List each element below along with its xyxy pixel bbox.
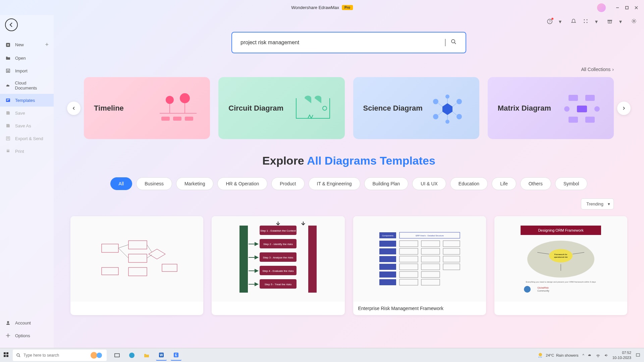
svg-point-122: [91, 352, 97, 359]
chip-others[interactable]: Others: [520, 177, 551, 190]
category-timeline[interactable]: Timeline: [84, 77, 210, 139]
svg-line-121: [19, 356, 20, 357]
chip-hr[interactable]: HR & Operation: [217, 177, 267, 190]
volume-icon[interactable]: [604, 353, 608, 358]
nav-label: Export & Send: [15, 136, 43, 141]
svg-rect-94: [421, 256, 440, 262]
svg-rect-118: [4, 355, 6, 357]
start-button[interactable]: [3, 352, 10, 359]
science-graphic: [426, 92, 469, 125]
template-card[interactable]: Designing ORM FrameworkFramework foroper…: [494, 216, 627, 315]
chevron-down-icon[interactable]: ▾: [559, 18, 565, 24]
svg-point-41: [457, 114, 462, 119]
svg-rect-95: [443, 256, 460, 262]
maximize-button[interactable]: [624, 5, 630, 10]
template-card[interactable]: ComponentsERP Area's - Detailed Structur…: [353, 216, 486, 315]
nav-save-as[interactable]: Save As: [0, 119, 54, 132]
onedrive-icon[interactable]: [588, 353, 592, 358]
chip-it[interactable]: IT & Engineering: [309, 177, 360, 190]
template-card[interactable]: [70, 216, 203, 315]
svg-point-120: [17, 354, 19, 356]
svg-text:Community: Community: [537, 290, 549, 292]
svg-rect-59: [128, 254, 147, 262]
svg-text:W: W: [160, 353, 163, 357]
search-input[interactable]: [240, 40, 445, 46]
search-icon[interactable]: [450, 39, 457, 47]
svg-rect-84: [379, 241, 396, 247]
nav-import[interactable]: Import: [0, 64, 54, 77]
all-collections-link[interactable]: All Collections ›: [67, 67, 614, 72]
gift-icon[interactable]: [607, 18, 613, 24]
minimize-button[interactable]: [615, 5, 620, 10]
chip-building[interactable]: Building Plan: [364, 177, 409, 190]
nav-export[interactable]: Export & Send: [0, 132, 54, 145]
chip-symbol[interactable]: Symbol: [555, 177, 588, 190]
svg-text:GlobalRisk: GlobalRisk: [537, 287, 549, 289]
carousel-prev-button[interactable]: [67, 102, 80, 115]
timeline-graphic: [156, 92, 200, 125]
svg-point-39: [457, 99, 462, 104]
notifications-icon[interactable]: [635, 353, 641, 358]
chip-ui[interactable]: UI & UX: [412, 177, 446, 190]
task-view-button[interactable]: [112, 350, 122, 361]
svg-rect-101: [399, 272, 418, 278]
chip-all[interactable]: All: [110, 177, 132, 190]
chip-marketing[interactable]: Marketing: [176, 177, 213, 190]
back-button[interactable]: [5, 18, 18, 31]
tray-expand-icon[interactable]: ^: [583, 353, 584, 357]
nav-templates[interactable]: Templates: [0, 94, 54, 107]
chip-business[interactable]: Business: [136, 177, 172, 190]
chip-education[interactable]: Education: [450, 177, 488, 190]
svg-rect-100: [379, 272, 396, 278]
chip-life[interactable]: Life: [492, 177, 516, 190]
help-icon[interactable]: ?: [547, 18, 553, 24]
category-science[interactable]: Science Diagram: [353, 77, 479, 139]
clock[interactable]: 07:52 10-10-2023: [612, 350, 631, 360]
grid-icon[interactable]: [583, 18, 589, 24]
edrawmax-button[interactable]: E: [171, 350, 181, 361]
svg-line-47: [438, 112, 442, 115]
explore-heading: Explore All Diagrams Templates: [67, 154, 631, 167]
gear-icon: [5, 333, 11, 339]
carousel-next-button[interactable]: [617, 102, 631, 115]
svg-point-38: [433, 99, 438, 104]
category-matrix[interactable]: Matrix Diagram: [488, 77, 614, 139]
nav-print[interactable]: Print: [0, 145, 54, 158]
chevron-down-icon: ▾: [608, 201, 610, 206]
nav-save[interactable]: Save: [0, 107, 54, 119]
nav-label: Import: [15, 68, 28, 73]
taskbar-search-input[interactable]: [23, 353, 87, 358]
nav-open[interactable]: Open: [0, 52, 54, 64]
plus-icon[interactable]: +: [45, 41, 49, 48]
search-box[interactable]: [231, 32, 466, 53]
svg-point-26: [451, 40, 455, 43]
explorer-button[interactable]: [141, 350, 152, 361]
chevron-down-icon-3[interactable]: ▾: [619, 18, 625, 24]
svg-text:Everything you need to design : Everything you need to design and presen…: [526, 281, 596, 283]
weather-widget[interactable]: 24°C Rain showers: [537, 352, 578, 359]
close-button[interactable]: [634, 5, 639, 10]
nav-cloud[interactable]: Cloud Documents: [0, 77, 54, 94]
svg-point-28: [166, 96, 174, 104]
svg-line-46: [452, 103, 457, 107]
settings-icon[interactable]: [631, 18, 637, 24]
template-card[interactable]: Step 1 - Establish the ContextStep 2 - I…: [212, 216, 344, 315]
bell-icon[interactable]: [571, 18, 577, 24]
chip-product[interactable]: Product: [271, 177, 304, 190]
cloud-icon: [5, 82, 11, 88]
chevron-down-icon-2[interactable]: ▾: [595, 18, 601, 24]
category-circuit[interactable]: Circuit Diagram: [218, 77, 344, 139]
nav-new[interactable]: New +: [0, 38, 54, 52]
svg-rect-99: [443, 264, 460, 270]
svg-rect-85: [399, 241, 418, 247]
wifi-icon[interactable]: [596, 353, 600, 358]
user-avatar[interactable]: [597, 3, 606, 12]
taskbar-search[interactable]: [13, 350, 107, 361]
import-icon: [5, 68, 11, 74]
edge-button[interactable]: [126, 350, 137, 361]
nav-options[interactable]: Options: [0, 329, 54, 342]
template-title: Enterprise Risk Management Framework: [353, 302, 486, 315]
word-button[interactable]: W: [156, 350, 167, 361]
sort-dropdown[interactable]: Trending ▾: [581, 198, 614, 209]
nav-account[interactable]: Account: [0, 316, 54, 329]
